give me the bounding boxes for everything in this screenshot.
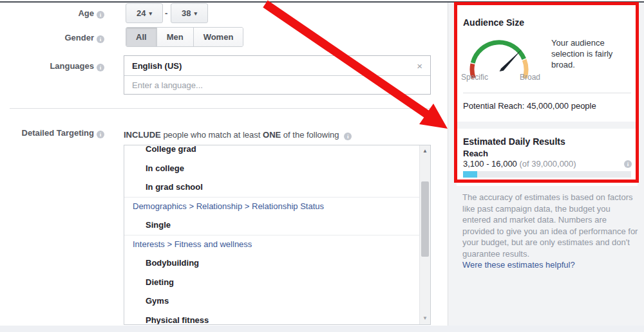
gender-segmented-control: AllMenWomen — [126, 27, 243, 47]
estimates-disclaimer: The accuracy of estimates is based on fa… — [462, 192, 639, 259]
language-input-row — [124, 75, 430, 94]
targeting-list-item[interactable]: Dieting — [124, 273, 419, 292]
info-icon[interactable]: i — [97, 11, 104, 19]
reach-estimate-value: 3,100 - 16,000 (of 39,000,000) — [463, 159, 576, 169]
audience-size-description: Your audience selection is fairly broad. — [551, 37, 634, 70]
age-min-select[interactable]: 24▾ — [126, 3, 163, 23]
bottom-strip — [0, 326, 644, 332]
audience-size-title: Audience Size — [463, 17, 524, 28]
languages-label: Languagesi — [0, 61, 104, 71]
gender-option-men[interactable]: Men — [157, 28, 194, 46]
targeting-list-item[interactable]: Bodybuilding — [124, 254, 419, 273]
scrollbar-thumb[interactable] — [421, 181, 429, 257]
language-search-input[interactable] — [132, 80, 422, 90]
card-divider — [463, 93, 631, 93]
reach-metric-label: Reach — [463, 149, 488, 158]
gender-option-all[interactable]: All — [126, 28, 157, 46]
targeting-list-item[interactable]: Gyms — [124, 291, 419, 311]
scroll-up-button[interactable]: ▲ — [420, 145, 430, 157]
ads-audience-targeting-page: Agei 24▾ - 38▾ Genderi AllMenWomen Langu… — [0, 0, 644, 332]
audience-sidebar: Audience Size Specific Broad Your audien… — [448, 3, 644, 326]
targeting-category-link[interactable]: Demographics > Relationship > Relationsh… — [124, 197, 419, 216]
languages-box: English (US) × — [124, 55, 431, 95]
chevron-down-icon: ▾ — [194, 10, 197, 17]
scroll-down-button[interactable]: ▼ — [420, 313, 430, 324]
targeting-category-link[interactable]: Interests > Fitness and wellness — [124, 235, 419, 254]
reach-total: (of 39,000,000) — [519, 159, 576, 169]
targeting-list-item[interactable]: Single — [124, 216, 419, 235]
gauge-label-specific: Specific — [461, 73, 488, 82]
estimates-helpful-link[interactable]: Were these estimates helpful? — [462, 260, 575, 270]
gauge-label-broad: Broad — [520, 73, 540, 82]
age-max-select[interactable]: 38▾ — [171, 3, 208, 23]
form-divider — [10, 108, 431, 109]
info-icon[interactable]: i — [344, 133, 352, 140]
audience-size-card: Audience Size Specific Broad Your audien… — [457, 4, 638, 122]
remove-language-icon[interactable]: × — [417, 61, 422, 71]
targeting-list-item[interactable]: Physical fitness — [124, 311, 419, 325]
info-icon[interactable]: i — [624, 160, 632, 168]
gender-label: Genderi — [0, 33, 104, 43]
targeting-list-item[interactable]: College grad — [124, 145, 419, 159]
reach-progress-track — [463, 171, 631, 178]
info-icon[interactable]: i — [97, 131, 104, 138]
gender-option-women[interactable]: Women — [194, 28, 243, 46]
chevron-down-icon: ▾ — [149, 10, 152, 17]
detailed-targeting-listbox: College gradIn collegeIn grad schoolDemo… — [124, 145, 431, 325]
age-label: Agei — [0, 8, 104, 19]
language-token-row: English (US) × — [124, 56, 430, 75]
targeting-form: Agei 24▾ - 38▾ Genderi AllMenWomen Langu… — [0, 3, 448, 326]
scrollbar[interactable]: ▲ ▼ — [419, 145, 430, 324]
targeting-list: College gradIn collegeIn grad schoolDemo… — [124, 145, 419, 324]
estimated-daily-results-title: Estimated Daily Results — [463, 136, 565, 147]
targeting-list-item[interactable]: In college — [124, 159, 419, 178]
reach-progress-fill — [463, 171, 477, 178]
estimated-daily-results-card: Estimated Daily Results Reach 3,100 - 16… — [457, 129, 638, 186]
include-instruction: INCLUDE people who match at least ONE of… — [124, 130, 352, 140]
info-icon[interactable]: i — [97, 35, 104, 43]
selected-language: English (US) — [132, 61, 182, 71]
age-range-separator: - — [165, 8, 167, 18]
info-icon[interactable]: i — [97, 64, 104, 71]
detailed-targeting-label: Detailed Targetingi — [0, 128, 104, 138]
potential-reach: Potential Reach: 45,000,000 people — [463, 101, 596, 111]
targeting-list-item[interactable]: In grad school — [124, 178, 419, 197]
